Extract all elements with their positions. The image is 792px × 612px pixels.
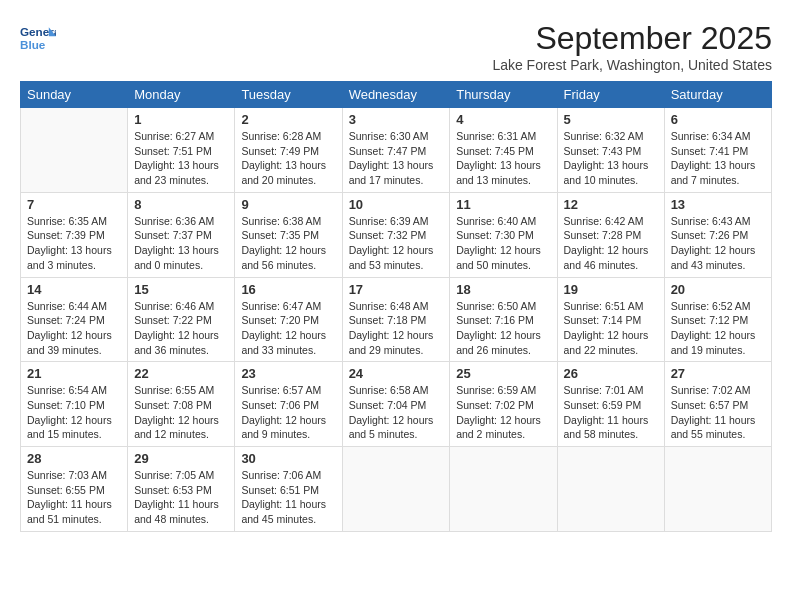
col-header-thursday: Thursday: [450, 82, 557, 108]
day-info: Sunrise: 6:30 AM Sunset: 7:47 PM Dayligh…: [349, 129, 444, 188]
day-number: 9: [241, 197, 335, 212]
day-number: 20: [671, 282, 765, 297]
calendar-cell: 17Sunrise: 6:48 AM Sunset: 7:18 PM Dayli…: [342, 277, 450, 362]
day-info: Sunrise: 7:03 AM Sunset: 6:55 PM Dayligh…: [27, 468, 121, 527]
col-header-wednesday: Wednesday: [342, 82, 450, 108]
calendar-cell: 2Sunrise: 6:28 AM Sunset: 7:49 PM Daylig…: [235, 108, 342, 193]
calendar-cell: [557, 447, 664, 532]
day-number: 25: [456, 366, 550, 381]
day-info: Sunrise: 6:34 AM Sunset: 7:41 PM Dayligh…: [671, 129, 765, 188]
day-info: Sunrise: 6:31 AM Sunset: 7:45 PM Dayligh…: [456, 129, 550, 188]
calendar-cell: [21, 108, 128, 193]
logo: General Blue: [20, 20, 60, 56]
calendar-cell: 1Sunrise: 6:27 AM Sunset: 7:51 PM Daylig…: [128, 108, 235, 193]
calendar-cell: 24Sunrise: 6:58 AM Sunset: 7:04 PM Dayli…: [342, 362, 450, 447]
col-header-saturday: Saturday: [664, 82, 771, 108]
day-info: Sunrise: 6:57 AM Sunset: 7:06 PM Dayligh…: [241, 383, 335, 442]
day-info: Sunrise: 6:38 AM Sunset: 7:35 PM Dayligh…: [241, 214, 335, 273]
day-info: Sunrise: 6:40 AM Sunset: 7:30 PM Dayligh…: [456, 214, 550, 273]
day-info: Sunrise: 6:47 AM Sunset: 7:20 PM Dayligh…: [241, 299, 335, 358]
day-number: 8: [134, 197, 228, 212]
day-number: 30: [241, 451, 335, 466]
calendar-cell: 25Sunrise: 6:59 AM Sunset: 7:02 PM Dayli…: [450, 362, 557, 447]
day-number: 17: [349, 282, 444, 297]
day-number: 7: [27, 197, 121, 212]
day-number: 23: [241, 366, 335, 381]
day-info: Sunrise: 6:28 AM Sunset: 7:49 PM Dayligh…: [241, 129, 335, 188]
calendar-cell: 23Sunrise: 6:57 AM Sunset: 7:06 PM Dayli…: [235, 362, 342, 447]
calendar-cell: 18Sunrise: 6:50 AM Sunset: 7:16 PM Dayli…: [450, 277, 557, 362]
day-number: 4: [456, 112, 550, 127]
day-info: Sunrise: 6:27 AM Sunset: 7:51 PM Dayligh…: [134, 129, 228, 188]
day-info: Sunrise: 6:59 AM Sunset: 7:02 PM Dayligh…: [456, 383, 550, 442]
calendar-cell: 20Sunrise: 6:52 AM Sunset: 7:12 PM Dayli…: [664, 277, 771, 362]
day-number: 1: [134, 112, 228, 127]
calendar-cell: 7Sunrise: 6:35 AM Sunset: 7:39 PM Daylig…: [21, 192, 128, 277]
day-number: 13: [671, 197, 765, 212]
calendar-cell: 4Sunrise: 6:31 AM Sunset: 7:45 PM Daylig…: [450, 108, 557, 193]
calendar-cell: 19Sunrise: 6:51 AM Sunset: 7:14 PM Dayli…: [557, 277, 664, 362]
calendar-cell: 22Sunrise: 6:55 AM Sunset: 7:08 PM Dayli…: [128, 362, 235, 447]
day-info: Sunrise: 6:35 AM Sunset: 7:39 PM Dayligh…: [27, 214, 121, 273]
day-info: Sunrise: 7:06 AM Sunset: 6:51 PM Dayligh…: [241, 468, 335, 527]
day-info: Sunrise: 7:02 AM Sunset: 6:57 PM Dayligh…: [671, 383, 765, 442]
day-info: Sunrise: 7:01 AM Sunset: 6:59 PM Dayligh…: [564, 383, 658, 442]
title-block: September 2025 Lake Forest Park, Washing…: [492, 20, 772, 73]
calendar-cell: 16Sunrise: 6:47 AM Sunset: 7:20 PM Dayli…: [235, 277, 342, 362]
day-info: Sunrise: 6:46 AM Sunset: 7:22 PM Dayligh…: [134, 299, 228, 358]
day-number: 15: [134, 282, 228, 297]
day-number: 19: [564, 282, 658, 297]
calendar-cell: 5Sunrise: 6:32 AM Sunset: 7:43 PM Daylig…: [557, 108, 664, 193]
day-info: Sunrise: 6:32 AM Sunset: 7:43 PM Dayligh…: [564, 129, 658, 188]
col-header-sunday: Sunday: [21, 82, 128, 108]
calendar-week-row: 14Sunrise: 6:44 AM Sunset: 7:24 PM Dayli…: [21, 277, 772, 362]
calendar-cell: 11Sunrise: 6:40 AM Sunset: 7:30 PM Dayli…: [450, 192, 557, 277]
location: Lake Forest Park, Washington, United Sta…: [492, 57, 772, 73]
day-number: 3: [349, 112, 444, 127]
day-info: Sunrise: 6:36 AM Sunset: 7:37 PM Dayligh…: [134, 214, 228, 273]
day-info: Sunrise: 6:58 AM Sunset: 7:04 PM Dayligh…: [349, 383, 444, 442]
day-info: Sunrise: 6:39 AM Sunset: 7:32 PM Dayligh…: [349, 214, 444, 273]
calendar-cell: 9Sunrise: 6:38 AM Sunset: 7:35 PM Daylig…: [235, 192, 342, 277]
day-number: 26: [564, 366, 658, 381]
day-number: 11: [456, 197, 550, 212]
day-number: 14: [27, 282, 121, 297]
day-number: 29: [134, 451, 228, 466]
day-number: 6: [671, 112, 765, 127]
header: General Blue September 2025 Lake Forest …: [20, 20, 772, 73]
calendar-cell: 12Sunrise: 6:42 AM Sunset: 7:28 PM Dayli…: [557, 192, 664, 277]
calendar-cell: 27Sunrise: 7:02 AM Sunset: 6:57 PM Dayli…: [664, 362, 771, 447]
day-info: Sunrise: 6:42 AM Sunset: 7:28 PM Dayligh…: [564, 214, 658, 273]
col-header-friday: Friday: [557, 82, 664, 108]
svg-text:Blue: Blue: [20, 38, 46, 51]
day-info: Sunrise: 6:43 AM Sunset: 7:26 PM Dayligh…: [671, 214, 765, 273]
calendar-cell: [450, 447, 557, 532]
calendar-cell: 26Sunrise: 7:01 AM Sunset: 6:59 PM Dayli…: [557, 362, 664, 447]
day-info: Sunrise: 6:48 AM Sunset: 7:18 PM Dayligh…: [349, 299, 444, 358]
day-info: Sunrise: 7:05 AM Sunset: 6:53 PM Dayligh…: [134, 468, 228, 527]
calendar-week-row: 7Sunrise: 6:35 AM Sunset: 7:39 PM Daylig…: [21, 192, 772, 277]
day-number: 16: [241, 282, 335, 297]
calendar-cell: 21Sunrise: 6:54 AM Sunset: 7:10 PM Dayli…: [21, 362, 128, 447]
month-title: September 2025: [492, 20, 772, 57]
calendar-cell: 30Sunrise: 7:06 AM Sunset: 6:51 PM Dayli…: [235, 447, 342, 532]
day-info: Sunrise: 6:54 AM Sunset: 7:10 PM Dayligh…: [27, 383, 121, 442]
col-header-tuesday: Tuesday: [235, 82, 342, 108]
calendar-cell: 13Sunrise: 6:43 AM Sunset: 7:26 PM Dayli…: [664, 192, 771, 277]
calendar-week-row: 1Sunrise: 6:27 AM Sunset: 7:51 PM Daylig…: [21, 108, 772, 193]
calendar-week-row: 21Sunrise: 6:54 AM Sunset: 7:10 PM Dayli…: [21, 362, 772, 447]
calendar-cell: 6Sunrise: 6:34 AM Sunset: 7:41 PM Daylig…: [664, 108, 771, 193]
calendar-cell: 28Sunrise: 7:03 AM Sunset: 6:55 PM Dayli…: [21, 447, 128, 532]
calendar-cell: 8Sunrise: 6:36 AM Sunset: 7:37 PM Daylig…: [128, 192, 235, 277]
day-number: 27: [671, 366, 765, 381]
day-number: 22: [134, 366, 228, 381]
day-number: 2: [241, 112, 335, 127]
calendar-week-row: 28Sunrise: 7:03 AM Sunset: 6:55 PM Dayli…: [21, 447, 772, 532]
calendar-cell: [664, 447, 771, 532]
calendar-cell: 15Sunrise: 6:46 AM Sunset: 7:22 PM Dayli…: [128, 277, 235, 362]
calendar-table: SundayMondayTuesdayWednesdayThursdayFrid…: [20, 81, 772, 532]
day-number: 24: [349, 366, 444, 381]
calendar-cell: [342, 447, 450, 532]
calendar-header-row: SundayMondayTuesdayWednesdayThursdayFrid…: [21, 82, 772, 108]
day-number: 12: [564, 197, 658, 212]
